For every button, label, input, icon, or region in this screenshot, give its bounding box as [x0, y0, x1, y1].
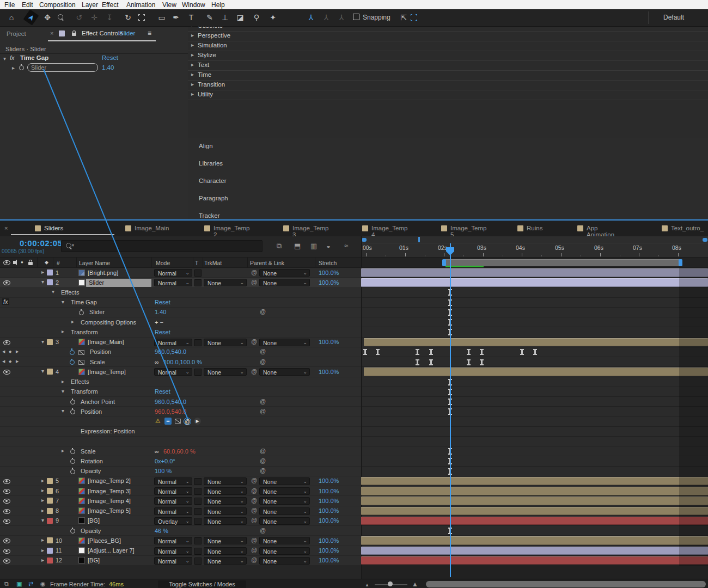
property-name[interactable]: Scale: [90, 359, 105, 365]
zoom-out-mountain-icon[interactable]: ▲: [365, 583, 369, 587]
property-group-name[interactable]: Effects: [61, 289, 79, 296]
track-row[interactable]: [361, 556, 708, 566]
layer-row[interactable]: ▸8[Image_Temp 5]Normal⌄None⌄@None⌄100.0%: [0, 506, 361, 516]
twirl-icon[interactable]: ▾: [62, 408, 64, 414]
convert-vertex-tool-icon[interactable]: ⅄: [320, 12, 332, 23]
keyframe-icon[interactable]: [533, 349, 537, 355]
property-row[interactable]: ▸Compositing Options+ −: [0, 317, 361, 327]
parent-dropdown[interactable]: None⌄: [259, 497, 310, 505]
snap-extents-icon[interactable]: [411, 14, 417, 21]
fx-category-simulation[interactable]: ▸Simulation: [188, 41, 708, 51]
nav-end-handle[interactable]: [703, 238, 707, 242]
layer-label-swatch[interactable]: [47, 548, 53, 554]
property-name[interactable]: Rotation: [81, 458, 103, 464]
mode-dropdown[interactable]: Normal⌄: [154, 497, 192, 505]
layer-visibility-eye[interactable]: [3, 370, 10, 375]
layer-name[interactable]: [Places_BG]: [88, 537, 121, 544]
twirl-icon[interactable]: ▸: [62, 378, 64, 384]
panel-tab-character[interactable]: Character: [188, 173, 708, 191]
track-row[interactable]: [361, 338, 708, 347]
t-switch[interactable]: [194, 498, 202, 505]
track-row[interactable]: [361, 506, 708, 516]
pickwhip-icon[interactable]: @: [260, 467, 266, 474]
layer-name[interactable]: [Image_Temp 4]: [88, 498, 131, 504]
layer-label-swatch[interactable]: [47, 279, 53, 285]
fx-category-text[interactable]: ▸Text: [188, 60, 708, 71]
stretch-value[interactable]: 100.0%: [319, 369, 339, 375]
property-value[interactable]: + −: [155, 319, 163, 326]
parent-dropdown[interactable]: None⌄: [259, 487, 310, 495]
panel-tab-paragraph[interactable]: Paragraph: [188, 190, 708, 208]
parent-dropdown[interactable]: None⌄: [259, 339, 310, 346]
track-row[interactable]: [361, 407, 708, 416]
property-value[interactable]: 960.0,540.0: [155, 399, 186, 405]
twirl-icon[interactable]: ▸: [62, 328, 64, 334]
stopwatch-icon[interactable]: [70, 360, 75, 365]
layer-row[interactable]: ▸6[Image_Temp 3]Normal⌄None⌄@None⌄100.0%: [0, 486, 361, 496]
snapping-checkbox[interactable]: [353, 14, 359, 20]
layer-duration-bar[interactable]: [361, 278, 708, 287]
track-row[interactable]: [361, 377, 708, 387]
keyframe-icon[interactable]: [520, 349, 524, 355]
trkmat-dropdown[interactable]: None⌄: [204, 339, 247, 346]
keyframe-diamond-icon[interactable]: ◆: [9, 359, 11, 364]
nav-start-handle[interactable]: [362, 238, 367, 242]
track-row[interactable]: [361, 278, 708, 287]
prev-keyframe-arrow[interactable]: ◀: [2, 350, 5, 354]
stamp-tool-icon[interactable]: ⊥: [219, 12, 231, 23]
menu-effect[interactable]: Effect: [102, 1, 118, 9]
pickwhip-icon[interactable]: @: [260, 358, 266, 365]
property-name[interactable]: Slider: [89, 309, 105, 315]
trkmat-dropdown[interactable]: None⌄: [204, 487, 247, 495]
twirl-icon[interactable]: ▾: [41, 279, 44, 285]
parent-dropdown[interactable]: None⌄: [259, 368, 310, 376]
trkmat-dropdown[interactable]: None⌄: [204, 507, 247, 515]
track-row[interactable]: [361, 416, 708, 426]
parent-pickwhip-icon[interactable]: @: [251, 547, 257, 553]
parent-pickwhip-icon[interactable]: @: [251, 269, 257, 275]
property-group-name[interactable]: Compositing Options: [81, 319, 136, 326]
parent-dropdown[interactable]: None⌄: [259, 547, 310, 555]
stopwatch-icon[interactable]: [70, 529, 75, 534]
menu-edit[interactable]: Edit: [22, 1, 33, 9]
panel-menu-icon[interactable]: ≡: [148, 29, 151, 37]
twirl-icon[interactable]: ▸: [41, 547, 44, 553]
property-group-name[interactable]: Time Gap: [71, 299, 97, 305]
twirl-icon[interactable]: ▾: [52, 289, 54, 295]
property-value[interactable]: Reset: [155, 329, 170, 335]
layer-duration-bar[interactable]: [364, 338, 708, 347]
pickwhip-icon[interactable]: @: [260, 308, 266, 315]
workspace-name[interactable]: Default: [663, 14, 684, 21]
time-ruler[interactable]: :00s01s02s03s04s05s06s07s08s: [361, 243, 708, 257]
menu-animation[interactable]: Animation: [126, 1, 155, 9]
tab-effect-controls[interactable]: Effect Controls: [82, 30, 123, 36]
property-name[interactable]: Position: [81, 408, 102, 415]
current-time-indicator[interactable]: [450, 243, 451, 577]
track-row[interactable]: [361, 317, 708, 327]
expression-graph-icon[interactable]: [175, 419, 181, 424]
keyframe-icon[interactable]: [480, 349, 484, 355]
property-row[interactable]: ▸Scale∞60.0,60.0 %@: [0, 446, 361, 456]
layer-name[interactable]: [Image_Temp 3]: [88, 488, 131, 494]
track-row[interactable]: [361, 347, 708, 357]
track-row[interactable]: [361, 437, 708, 446]
pan-camera-tool-icon[interactable]: ✛: [88, 12, 100, 23]
property-name[interactable]: Position: [90, 348, 111, 355]
property-row[interactable]: ⚠=@▶: [0, 416, 361, 426]
mask-tool-icon[interactable]: ▭: [156, 12, 168, 23]
layer-duration-bar[interactable]: [361, 536, 708, 545]
layer-row[interactable]: ▾9[BG]Overlay⌄None⌄@None⌄100.0%: [0, 516, 361, 526]
motion-blur-icon[interactable]: ◒: [326, 242, 331, 250]
stretch-value[interactable]: 100.0%: [319, 517, 339, 524]
property-group-name[interactable]: Effects: [71, 378, 89, 385]
property-row[interactable]: Anchor Point960.0,540.0@: [0, 397, 361, 407]
keyframe-icon[interactable]: [429, 349, 433, 355]
layer-name[interactable]: [Adjust... Layer 7]: [88, 547, 135, 554]
mode-dropdown[interactable]: Normal⌄: [154, 339, 192, 346]
layer-visibility-eye[interactable]: [3, 559, 10, 564]
property-row[interactable]: ▸Effects: [0, 377, 361, 387]
twirl-icon[interactable]: ▾: [41, 368, 44, 374]
property-row[interactable]: ◀◆▶Scale∞100.0,100.0 %@: [0, 357, 361, 367]
parent-pickwhip-icon[interactable]: @: [251, 338, 257, 345]
t-switch[interactable]: [194, 488, 202, 495]
